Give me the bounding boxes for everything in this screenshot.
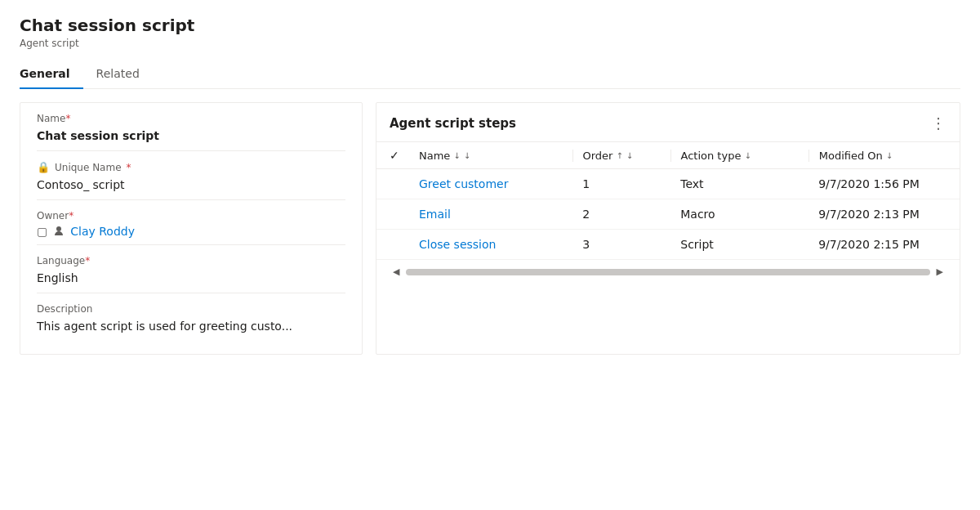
field-description-value[interactable]: This agent script is used for greeting c… bbox=[37, 318, 345, 334]
page-header: Chat session script Agent script bbox=[20, 15, 960, 49]
checkmark-icon: ✓ bbox=[390, 149, 399, 162]
row3-name-link[interactable]: Close session bbox=[419, 238, 496, 251]
row1-order: 1 bbox=[572, 177, 670, 190]
sort-action-icon: ↓ bbox=[744, 151, 751, 160]
row2-action-type: Macro bbox=[670, 208, 808, 221]
field-unique-name: 🔒 Unique Name* Contoso_ script bbox=[37, 151, 345, 200]
field-name-label: Name* bbox=[37, 113, 345, 124]
panel-title: Agent script steps bbox=[390, 116, 516, 131]
sort-modified-icon: ↓ bbox=[886, 151, 893, 160]
col-header-check: ✓ bbox=[390, 149, 416, 162]
sort-order-desc-icon: ↓ bbox=[626, 151, 633, 160]
page-title: Chat session script bbox=[20, 15, 960, 36]
row1-modified-on: 9/7/2020 1:56 PM bbox=[808, 177, 947, 190]
table-row: Email 2 Macro 9/7/2020 2:13 PM bbox=[376, 199, 960, 230]
lock-icon: 🔒 bbox=[37, 161, 50, 173]
field-owner-label: Owner* bbox=[37, 210, 345, 221]
row2-name: Email bbox=[416, 208, 572, 221]
row3-modified-on: 9/7/2020 2:15 PM bbox=[808, 238, 947, 251]
col-header-name[interactable]: Name ↓ ↓ bbox=[416, 150, 573, 162]
row1-action-type: Text bbox=[670, 177, 808, 190]
row3-order: 3 bbox=[572, 238, 670, 251]
field-description: Description This agent script is used fo… bbox=[37, 293, 345, 341]
tab-bar: General Related bbox=[20, 60, 960, 89]
sort-name-asc-icon: ↓ bbox=[453, 151, 460, 160]
row3-action-type: Script bbox=[670, 238, 808, 251]
scroll-track[interactable] bbox=[406, 269, 929, 275]
panel-header: Agent script steps ⋮ bbox=[376, 103, 960, 142]
row1-name-link[interactable]: Greet customer bbox=[419, 177, 508, 190]
sort-name-desc-icon: ↓ bbox=[464, 151, 470, 160]
scroll-left-arrow[interactable]: ◀ bbox=[390, 265, 403, 279]
field-name-value[interactable]: Chat session script bbox=[37, 128, 345, 144]
time-icon: ▢ bbox=[37, 225, 47, 238]
left-panel: Name* Chat session script 🔒 Unique Name*… bbox=[20, 102, 363, 355]
person-icon bbox=[52, 225, 65, 238]
field-owner: Owner* ▢ Clay Roddy bbox=[37, 200, 345, 245]
col-header-action-type[interactable]: Action type ↓ bbox=[671, 150, 809, 162]
page-subtitle: Agent script bbox=[20, 38, 960, 49]
field-unique-name-value[interactable]: Contoso_ script bbox=[37, 177, 345, 193]
field-description-label: Description bbox=[37, 303, 345, 315]
field-unique-name-label: 🔒 Unique Name* bbox=[37, 161, 345, 173]
owner-row: ▢ Clay Roddy bbox=[37, 225, 345, 238]
col-header-order[interactable]: Order ↑ ↓ bbox=[573, 150, 671, 162]
field-name: Name* Chat session script bbox=[37, 103, 345, 151]
tab-related[interactable]: Related bbox=[83, 60, 153, 88]
main-content: Name* Chat session script 🔒 Unique Name*… bbox=[20, 102, 960, 355]
right-panel: Agent script steps ⋮ ✓ Name ↓ ↓ Order ↑ … bbox=[376, 102, 960, 355]
tab-general[interactable]: General bbox=[20, 60, 83, 88]
field-language-value[interactable]: English bbox=[37, 270, 345, 286]
row1-name: Greet customer bbox=[416, 177, 572, 190]
col-header-modified-on[interactable]: Modified On ↓ bbox=[809, 150, 947, 162]
row2-order: 2 bbox=[572, 208, 670, 221]
row2-modified-on: 9/7/2020 2:13 PM bbox=[808, 208, 947, 221]
row3-name: Close session bbox=[416, 238, 572, 251]
field-language-label: Language* bbox=[37, 255, 345, 266]
table-header: ✓ Name ↓ ↓ Order ↑ ↓ Action type ↓ Mod bbox=[376, 142, 960, 169]
owner-name-value[interactable]: Clay Roddy bbox=[70, 225, 135, 238]
field-language: Language* English bbox=[37, 245, 345, 293]
page-container: Chat session script Agent script General… bbox=[0, 0, 980, 369]
scroll-right-arrow[interactable]: ▶ bbox=[933, 265, 947, 279]
horizontal-scrollbar[interactable]: ◀ ▶ bbox=[376, 260, 960, 284]
sort-order-asc-icon: ↑ bbox=[616, 151, 622, 160]
table-row: Close session 3 Script 9/7/2020 2:15 PM bbox=[376, 230, 960, 260]
row2-name-link[interactable]: Email bbox=[419, 208, 451, 221]
more-options-icon[interactable]: ⋮ bbox=[931, 114, 947, 132]
table-row: Greet customer 1 Text 9/7/2020 1:56 PM bbox=[376, 169, 960, 199]
